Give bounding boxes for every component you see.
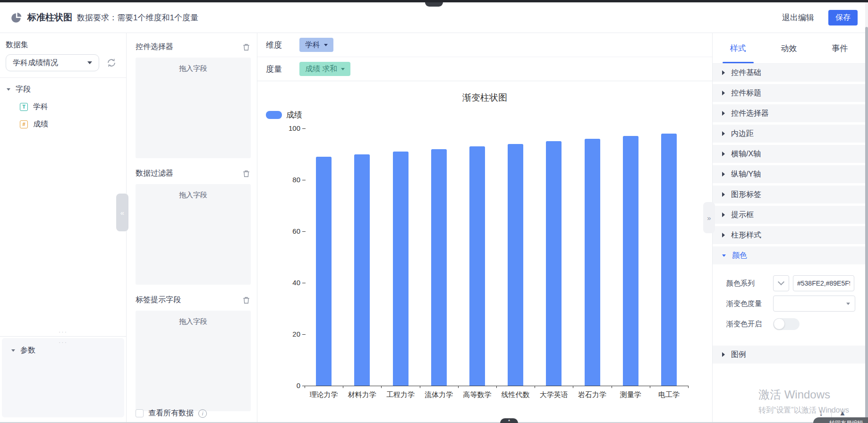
dimension-field-pill[interactable]: 学科 <box>299 38 333 52</box>
chevron-down-icon <box>778 279 784 285</box>
chevron-down-icon <box>87 61 92 64</box>
trash-icon[interactable] <box>242 42 251 51</box>
trash-icon[interactable] <box>242 296 251 305</box>
tab-动效[interactable]: 动效 <box>764 33 815 63</box>
bar-工程力学[interactable] <box>393 152 408 386</box>
color-series-picker-button[interactable] <box>773 275 789 291</box>
scrollbar-thumb[interactable] <box>865 27 868 419</box>
text-field-icon: T <box>20 103 28 111</box>
section-控件标题[interactable]: 控件标题 <box>713 84 865 102</box>
bar-线性代数[interactable] <box>508 144 523 386</box>
drop-zone[interactable]: 拖入字段 <box>136 58 251 158</box>
x-axis-category-label: 岩石力学 <box>573 390 611 399</box>
dataset-select-value: 学科成绩情况 <box>13 58 58 68</box>
bar-测量学[interactable] <box>623 136 638 386</box>
legend-label[interactable]: 成绩 <box>286 110 302 120</box>
dimension-label: 维度 <box>266 40 287 51</box>
caret-right-icon <box>722 91 725 95</box>
section-label: 纵轴/Y轴 <box>731 169 761 179</box>
section-color[interactable]: 颜色 <box>713 246 865 264</box>
section-内边距[interactable]: 内边距 <box>713 125 865 143</box>
field-item[interactable]: T学科 <box>20 101 126 112</box>
section-图例[interactable]: 图例 <box>713 346 865 364</box>
exit-edit-button[interactable]: 退出编辑 <box>782 12 814 23</box>
info-icon[interactable]: i <box>198 409 207 418</box>
section-控件基础[interactable]: 控件基础 <box>713 64 865 82</box>
panel-splitter[interactable]: ··· <box>0 330 126 334</box>
y-axis-tick <box>302 180 306 180</box>
well-title: 控件选择器 <box>136 42 173 52</box>
sidebar-divider <box>0 77 126 78</box>
section-label: 提示框 <box>731 210 754 220</box>
gradient-measure-select[interactable] <box>773 296 855 312</box>
section-横轴/X轴[interactable]: 横轴/X轴 <box>713 145 865 163</box>
toolbar-collapse-notch[interactable] <box>425 2 443 7</box>
section-图形标签[interactable]: 图形标签 <box>713 186 865 203</box>
bar-材料力学[interactable] <box>354 154 370 386</box>
drop-zone[interactable]: 拖入字段 <box>136 184 251 285</box>
pie-chart-icon <box>10 11 23 24</box>
y-axis-tick-label: 40 <box>267 279 300 287</box>
collapse-sidebar-handle[interactable]: « <box>116 194 128 231</box>
caret-right-icon <box>722 131 725 136</box>
tab-样式[interactable]: 样式 <box>713 33 764 63</box>
page-title: 标准柱状图 <box>27 11 72 24</box>
chart-column: 维度 学科 度量 成绩 求和 渐变柱状图 成绩 020406080100理论力学… <box>257 33 712 423</box>
x-axis-tick <box>650 386 650 388</box>
dataset-sidebar: 数据集 学科成绩情况 字段 T学科#成绩 ··· <box>0 33 127 423</box>
gradient-toggle[interactable] <box>773 318 800 330</box>
bar-理论力学[interactable] <box>316 157 332 386</box>
fields-group-toggle[interactable]: 字段 <box>7 84 126 95</box>
y-axis-tick <box>302 283 306 283</box>
collapse-stylepanel-handle[interactable]: » <box>703 202 715 233</box>
chart-title: 渐变柱状图 <box>257 92 712 104</box>
y-axis-tick-label: 0 <box>267 381 300 389</box>
measure-field-pill[interactable]: 成绩 求和 <box>299 62 350 76</box>
page-scrollbar[interactable] <box>865 2 868 423</box>
y-axis-tick <box>302 231 306 232</box>
section-label: 图形标签 <box>731 190 761 200</box>
legend-swatch[interactable] <box>266 111 282 119</box>
gradient-measure-label: 渐变色度量 <box>726 299 773 308</box>
x-axis-tick <box>535 386 535 388</box>
windows-watermark: 激活 Windows 转到“设置”以激活 Windows <box>758 387 865 415</box>
dataset-section-label: 数据集 <box>6 40 126 50</box>
well-section: 标签提示字段拖入字段 <box>136 295 251 411</box>
field-item[interactable]: #成绩 <box>20 118 126 130</box>
measure-field-name: 成绩 求和 <box>305 64 337 74</box>
y-axis-tick-label: 100 <box>267 124 300 132</box>
section-控件选择器[interactable]: 控件选择器 <box>713 104 865 122</box>
bar-大学英语[interactable] <box>546 141 562 386</box>
save-button[interactable]: 保存 <box>828 10 858 25</box>
section-label: 控件基础 <box>731 68 761 78</box>
panel-splitter-2[interactable]: ··· <box>0 340 126 345</box>
dataset-select[interactable]: 学科成绩情况 <box>6 54 99 71</box>
well-title: 数据过滤器 <box>136 169 173 178</box>
refresh-icon[interactable] <box>106 58 117 68</box>
view-all-data-checkbox[interactable] <box>136 409 144 417</box>
drop-zone[interactable]: 拖入字段 <box>136 311 251 411</box>
x-axis-category-label: 材料力学 <box>343 390 381 399</box>
bottom-collapse-notch[interactable]: ▴ <box>500 418 518 423</box>
bar-流体力学[interactable] <box>431 149 447 386</box>
bar-电工学[interactable] <box>661 134 677 386</box>
x-axis-category-label: 电工学 <box>650 390 688 399</box>
section-纵轴/Y轴[interactable]: 纵轴/Y轴 <box>713 165 865 183</box>
x-axis-category-label: 大学英语 <box>535 390 573 399</box>
trash-icon[interactable] <box>242 169 251 178</box>
x-axis-tick <box>496 386 497 388</box>
section-柱形样式[interactable]: 柱形样式 <box>713 226 865 244</box>
x-axis-tick <box>305 386 305 388</box>
bar-高等数学[interactable] <box>469 146 485 386</box>
style-panel: 样式动效事件 控件基础控件标题控件选择器内边距横轴/X轴纵轴/Y轴图形标签提示框… <box>712 33 865 423</box>
style-accordion: 控件基础控件标题控件选择器内边距横轴/X轴纵轴/Y轴图形标签提示框柱形样式 <box>713 64 865 244</box>
section-提示框[interactable]: 提示框 <box>713 206 865 224</box>
tab-事件[interactable]: 事件 <box>814 33 865 63</box>
tooltip: 转回布局编辑 <box>813 417 868 423</box>
chart-card: 渐变柱状图 成绩 020406080100理论力学材料力学工程力学流体力学高等数… <box>257 81 712 423</box>
bar-岩石力学[interactable] <box>585 139 600 386</box>
view-all-data-label: 查看所有数据 <box>148 408 194 418</box>
dimension-row: 维度 学科 <box>257 33 712 57</box>
color-series-input[interactable] <box>793 275 854 291</box>
color-settings: 颜色系列 渐变色度量 渐变色开启 <box>713 267 865 346</box>
